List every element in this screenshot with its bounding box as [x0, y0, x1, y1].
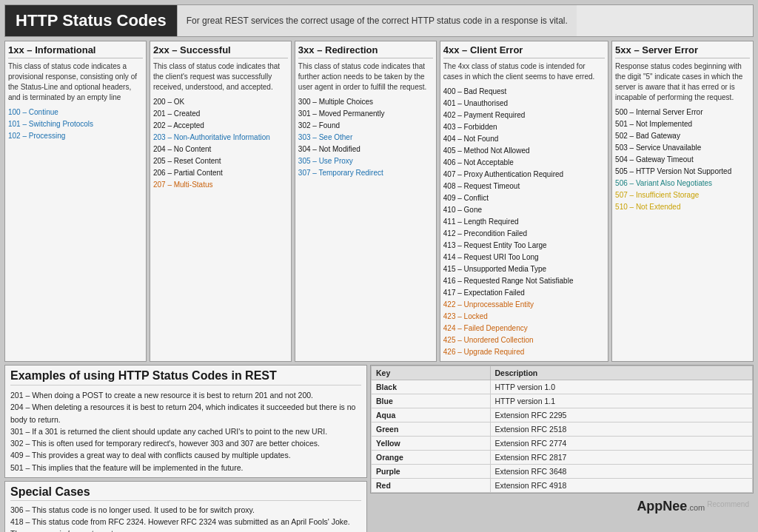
code-426: 426 – Upgrade Required: [443, 346, 605, 358]
value-cell: Extension RFC 2518: [490, 422, 752, 437]
col-5xx-header: 5xx – Server Error: [615, 44, 750, 58]
code-413: 413 – Request Entity Too Large: [443, 240, 605, 252]
appnee-recommend: Recommend: [707, 500, 749, 508]
code-504: 504 – Gateway Timeout: [615, 154, 750, 166]
value-cell: Extension RFC 2774: [490, 437, 752, 451]
special-cases-text: 306 – This status code is no longer used…: [10, 504, 361, 532]
code-417: 417 – Expectation Failed: [443, 287, 605, 299]
appnee-footer: AppNee.com Recommend: [370, 496, 754, 516]
code-510: 510 – Not Extended: [615, 201, 750, 213]
code-409: 409 – Conflict: [443, 192, 605, 204]
key-table-table: Key Description BlackHTTP version 1.0Blu…: [371, 366, 753, 493]
value-cell: Extension RFC 4918: [490, 479, 752, 493]
key-table-row: PurpleExtension RFC 3648: [372, 465, 753, 479]
key-cell: Aqua: [372, 408, 491, 422]
code-400: 400 – Bad Request: [443, 86, 605, 98]
col-1xx-desc: This class of status code indicates a pr…: [8, 61, 143, 103]
key-cell: Yellow: [372, 437, 491, 451]
code-503: 503 – Service Unavailable: [615, 142, 750, 154]
header: HTTP Status Codes For great REST service…: [4, 4, 754, 37]
special-line: 306 – This status code is no longer used…: [10, 504, 361, 516]
code-404: 404 – Not Found: [443, 133, 605, 145]
examples-box: Examples of using HTTP Status Codes in R…: [4, 365, 367, 478]
code-410: 410 – Gone: [443, 204, 605, 216]
code-201: 201 – Created: [153, 108, 288, 120]
special-line: 418 – This status code from RFC 2324. Ho…: [10, 516, 361, 532]
col-3xx: 3xx – Redirection This class of status c…: [295, 41, 437, 362]
code-406: 406 – Not Acceptable: [443, 157, 605, 169]
key-table: Key Description BlackHTTP version 1.0Blu…: [370, 365, 754, 494]
code-500: 500 – Internal Server Error: [615, 107, 750, 118]
desc-col-header: Description: [490, 366, 752, 380]
code-407: 407 – Proxy Authentication Required: [443, 169, 605, 181]
code-402: 402 – Payment Required: [443, 110, 605, 121]
key-table-row: YellowExtension RFC 2774: [372, 437, 753, 451]
example-line: 302 – This is often used for temporary r…: [10, 437, 361, 449]
example-line: 301 – If a 301 is returned the client sh…: [10, 425, 361, 437]
code-304: 304 – Not Modified: [298, 144, 433, 155]
code-415: 415 – Unsupported Media Type: [443, 263, 605, 275]
examples-text: 201 – When doing a POST to create a new …: [10, 389, 361, 474]
code-101: 101 – Switching Protocols: [8, 118, 143, 130]
value-cell: Extension RFC 2295: [490, 408, 752, 422]
key-col-header: Key: [372, 366, 491, 380]
col-4xx-desc: The 4xx class of status code is intended…: [443, 61, 605, 82]
special-cases-title: Special Cases: [10, 485, 361, 501]
example-line: 204 – When deleting a resources it is be…: [10, 401, 361, 425]
code-206: 206 – Partial Content: [153, 167, 288, 179]
code-303: 303 – See Other: [298, 132, 433, 144]
code-422: 422 – Unprocessable Entity: [443, 299, 605, 311]
code-506: 506 – Variant Also Negotiates: [615, 178, 750, 189]
code-401: 401 – Unauthorised: [443, 98, 605, 110]
bottom-row: Examples of using HTTP Status Codes in R…: [4, 365, 754, 532]
value-cell: Extension RFC 2817: [490, 451, 752, 465]
code-202: 202 – Accepted: [153, 120, 288, 132]
example-line: 201 – When doing a POST to create a new …: [10, 389, 361, 401]
col-3xx-desc: This class of status code indicates that…: [298, 61, 433, 92]
col-2xx-header: 2xx – Successful: [153, 44, 288, 58]
bottom-right: Key Description BlackHTTP version 1.0Blu…: [370, 365, 754, 532]
code-411: 411 – Length Required: [443, 216, 605, 228]
main-grid: 1xx – Informational This class of status…: [4, 41, 754, 362]
key-table-row: GreenExtension RFC 2518: [372, 422, 753, 437]
code-405: 405 – Method Not Allowed: [443, 145, 605, 157]
key-cell: Orange: [372, 451, 491, 465]
key-cell: Blue: [372, 394, 491, 408]
code-207: 207 – Multi-Status: [153, 179, 288, 191]
value-cell: HTTP version 1.0: [490, 380, 752, 394]
code-307: 307 – Temporary Redirect: [298, 167, 433, 179]
code-502: 502 – Bad Gateway: [615, 130, 750, 142]
key-cell: Green: [372, 422, 491, 437]
col-2xx-desc: This class of status code indicates that…: [153, 61, 288, 92]
code-204: 204 – No Content: [153, 144, 288, 155]
appnee-domain: .com: [687, 503, 705, 512]
code-425: 425 – Unordered Collection: [443, 334, 605, 346]
examples-title: Examples of using HTTP Status Codes in R…: [10, 369, 361, 385]
code-300: 300 – Multiple Choices: [298, 96, 433, 108]
col-4xx-header: 4xx – Client Error: [443, 44, 605, 58]
example-line: 501 – This implies that the feature will…: [10, 462, 361, 474]
col-5xx-desc: Response status codes beginning with the…: [615, 61, 750, 103]
code-423: 423 – Locked: [443, 311, 605, 323]
key-table-row: RedExtension RFC 4918: [372, 479, 753, 493]
col-1xx-header: 1xx – Informational: [8, 44, 143, 58]
key-cell: Black: [372, 380, 491, 394]
code-301: 301 – Moved Permanently: [298, 108, 433, 120]
code-100: 100 – Continue: [8, 107, 143, 118]
code-501: 501 – Not Implemented: [615, 118, 750, 130]
code-412: 412 – Precondition Failed: [443, 228, 605, 240]
key-table-row: OrangeExtension RFC 2817: [372, 451, 753, 465]
page-title: HTTP Status Codes: [5, 5, 177, 36]
italic-text: I am a teapot: [67, 529, 113, 532]
code-403: 403 – Forbidden: [443, 121, 605, 133]
col-2xx: 2xx – Successful This class of status co…: [150, 41, 292, 362]
appnee-brand: AppNee: [637, 499, 687, 514]
key-table-row: BlueHTTP version 1.1: [372, 394, 753, 408]
code-507: 507 – Insufficient Storage: [615, 189, 750, 201]
code-416: 416 – Requested Range Not Satisfiable: [443, 275, 605, 287]
code-203: 203 – Non-Authoritative Information: [153, 132, 288, 144]
bottom-left: Examples of using HTTP Status Codes in R…: [4, 365, 367, 532]
value-cell: Extension RFC 3648: [490, 465, 752, 479]
code-305: 305 – Use Proxy: [298, 155, 433, 167]
code-302: 302 – Found: [298, 120, 433, 132]
